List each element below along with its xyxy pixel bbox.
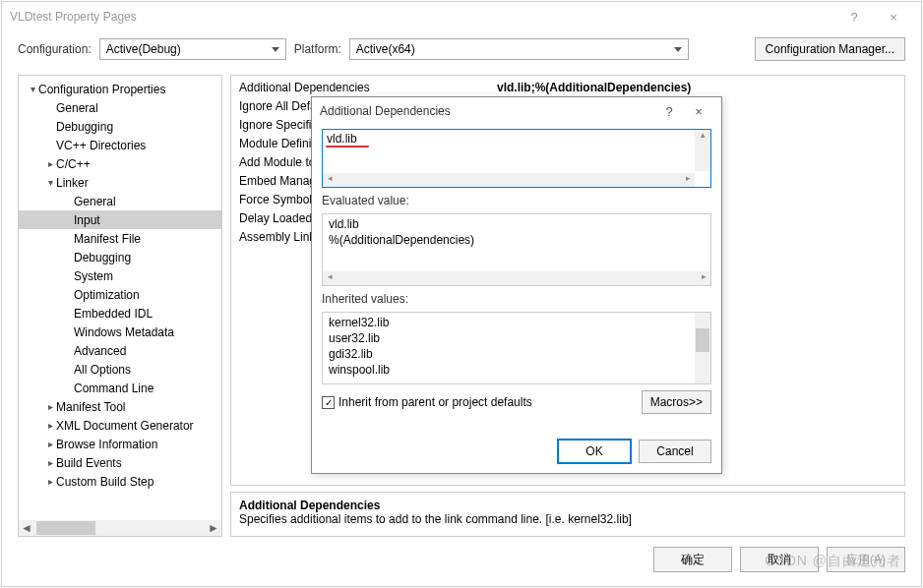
tree-item-label: Manifest File — [74, 232, 141, 246]
scroll-right-icon[interactable]: ▸ — [681, 173, 695, 187]
dialog-cancel-button[interactable]: Cancel — [639, 440, 711, 463]
inherit-checkbox[interactable]: ✓ — [322, 396, 335, 409]
tree-item-c-c-[interactable]: ▸C/C++ — [19, 154, 221, 173]
scroll-thumb[interactable] — [36, 521, 95, 535]
tree-item-label: Embedded IDL — [74, 307, 153, 321]
tree-item-label: Browse Information — [56, 438, 157, 451]
chevron-right-icon[interactable]: ▸ — [44, 420, 56, 431]
platform-select[interactable]: Active(x64) — [349, 38, 689, 60]
tree-item-debugging[interactable]: Debugging — [19, 117, 221, 136]
edit-vscrollbar[interactable]: ▴ — [695, 130, 710, 171]
tree-item-label: Windows Metadata — [74, 325, 174, 339]
chevron-down-icon[interactable]: ▾ — [27, 84, 38, 94]
configuration-label: Configuration: — [18, 42, 92, 56]
chevron-right-icon[interactable]: ▸ — [44, 476, 56, 487]
help-title: Additional Dependencies — [239, 499, 896, 512]
tree-item-browse-information[interactable]: ▸Browse Information — [19, 435, 221, 453]
dialog-title: Additional Dependencies — [320, 104, 654, 118]
window-title: VLDtest Property Pages — [10, 10, 834, 24]
help-desc: Specifies additional items to add to the… — [239, 512, 896, 526]
configuration-manager-button[interactable]: Configuration Manager... — [755, 37, 905, 61]
tree-item-vc-directories[interactable]: VC++ Directories — [19, 136, 221, 154]
tree-item-general[interactable]: General — [19, 192, 221, 210]
configuration-select[interactable]: Active(Debug) — [99, 38, 286, 60]
tree-item-label: VC++ Directories — [56, 139, 146, 152]
apply-button[interactable]: 应用(A) — [827, 547, 905, 572]
chevron-right-icon[interactable]: ▸ — [44, 401, 56, 412]
tree-item-command-line[interactable]: Command Line — [19, 379, 221, 397]
property-row[interactable]: Additional Dependenciesvld.lib;%(Additio… — [231, 78, 904, 96]
help-box: Additional Dependencies Specifies additi… — [230, 492, 905, 537]
cancel-button[interactable]: 取消 — [740, 547, 819, 572]
platform-value: Active(x64) — [356, 42, 415, 56]
chevron-right-icon[interactable]: ▸ — [44, 158, 56, 169]
tree-item-label: Input — [74, 213, 100, 227]
inherit-checkbox-row[interactable]: ✓ Inherit from parent or project default… — [322, 395, 532, 409]
additional-dependencies-dialog: Additional Dependencies ? × vld.lib ▴ ◂ … — [311, 96, 722, 474]
tree[interactable]: ▾Configuration PropertiesGeneralDebuggin… — [19, 76, 221, 495]
edit-hscrollbar[interactable]: ◂ ▸ — [323, 173, 695, 187]
dialog-close-icon[interactable]: × — [684, 104, 713, 119]
tree-item-custom-build-step[interactable]: ▸Custom Build Step — [19, 472, 221, 491]
inherited-text: kernel32.libuser32.libgdi32.libwinspool.… — [323, 313, 710, 380]
evaluated-box: vld.lib%(AdditionalDependencies) ◂ ▸ — [322, 213, 711, 286]
dialog-ok-button[interactable]: OK — [558, 440, 631, 463]
tree-item-configuration-properties[interactable]: ▾Configuration Properties — [19, 80, 221, 98]
tree-item-label: Custom Build Step — [56, 475, 154, 489]
property-value: vld.lib;%(AdditionalDependencies) — [497, 81, 904, 94]
scroll-right-icon[interactable]: ► — [206, 521, 221, 535]
evaluated-label: Evaluated value: — [322, 194, 711, 207]
tree-item-label: General — [56, 101, 98, 115]
dialog-footer: OK Cancel — [312, 432, 721, 473]
dialog-titlebar: Additional Dependencies ? × — [312, 97, 721, 125]
spellcheck-underline — [326, 146, 369, 147]
dialog-help-icon[interactable]: ? — [654, 104, 684, 119]
inherited-box: kernel32.libuser32.libgdi32.libwinspool.… — [322, 312, 711, 384]
scroll-right-icon[interactable]: ▸ — [697, 271, 710, 285]
dependencies-edit-value: vld.lib — [323, 130, 710, 147]
tree-item-xml-document-generator[interactable]: ▸XML Document Generator — [19, 416, 221, 435]
tree-item-label: Advanced — [74, 344, 126, 358]
eval-hscrollbar[interactable]: ◂ ▸ — [323, 271, 710, 285]
tree-item-label: Manifest Tool — [56, 400, 125, 414]
tree-item-label: All Options — [74, 363, 131, 377]
platform-label: Platform: — [294, 42, 341, 56]
tree-item-windows-metadata[interactable]: Windows Metadata — [19, 323, 221, 341]
tree-item-advanced[interactable]: Advanced — [19, 341, 221, 360]
tree-item-debugging[interactable]: Debugging — [19, 248, 221, 266]
tree-item-label: System — [74, 269, 113, 283]
tree-item-all-options[interactable]: All Options — [19, 360, 221, 379]
tree-item-optimization[interactable]: Optimization — [19, 285, 221, 304]
scroll-left-icon[interactable]: ◂ — [323, 173, 337, 187]
tree-item-manifest-file[interactable]: Manifest File — [19, 229, 221, 248]
inherited-scroll-thumb[interactable] — [696, 328, 709, 352]
tree-item-embedded-idl[interactable]: Embedded IDL — [19, 304, 221, 323]
dependencies-edit[interactable]: vld.lib ▴ ◂ ▸ — [322, 129, 711, 188]
tree-item-linker[interactable]: ▾Linker — [19, 173, 221, 192]
close-icon[interactable]: × — [874, 10, 913, 25]
tree-item-manifest-tool[interactable]: ▸Manifest Tool — [19, 397, 221, 416]
config-row: Configuration: Active(Debug) Platform: A… — [2, 31, 921, 67]
chevron-down-icon[interactable]: ▾ — [44, 177, 56, 188]
scroll-left-icon[interactable]: ◄ — [19, 521, 34, 535]
help-icon[interactable]: ? — [834, 10, 874, 25]
tree-item-label: Debugging — [74, 251, 131, 265]
tree-pane: ▾Configuration PropertiesGeneralDebuggin… — [18, 75, 222, 537]
chevron-right-icon[interactable]: ▸ — [44, 439, 56, 449]
chevron-right-icon[interactable]: ▸ — [44, 457, 56, 468]
tree-item-label: Command Line — [74, 382, 154, 395]
scroll-up-icon[interactable]: ▴ — [695, 130, 710, 144]
property-label: Additional Dependencies — [231, 81, 497, 94]
tree-item-system[interactable]: System — [19, 266, 221, 285]
tree-item-build-events[interactable]: ▸Build Events — [19, 453, 221, 472]
inherit-checkbox-label: Inherit from parent or project defaults — [338, 395, 532, 409]
tree-item-label: Linker — [56, 176, 89, 190]
tree-hscrollbar[interactable]: ◄ ► — [19, 520, 221, 536]
dialog-body: vld.lib ▴ ◂ ▸ Evaluated value: vld.lib%(… — [312, 125, 721, 432]
ok-button[interactable]: 确定 — [653, 547, 732, 572]
tree-item-input[interactable]: Input — [19, 210, 221, 229]
scroll-left-icon[interactable]: ◂ — [323, 271, 337, 285]
tree-item-label: Debugging — [56, 120, 113, 134]
macros-button[interactable]: Macros>> — [642, 390, 711, 414]
tree-item-general[interactable]: General — [19, 98, 221, 117]
